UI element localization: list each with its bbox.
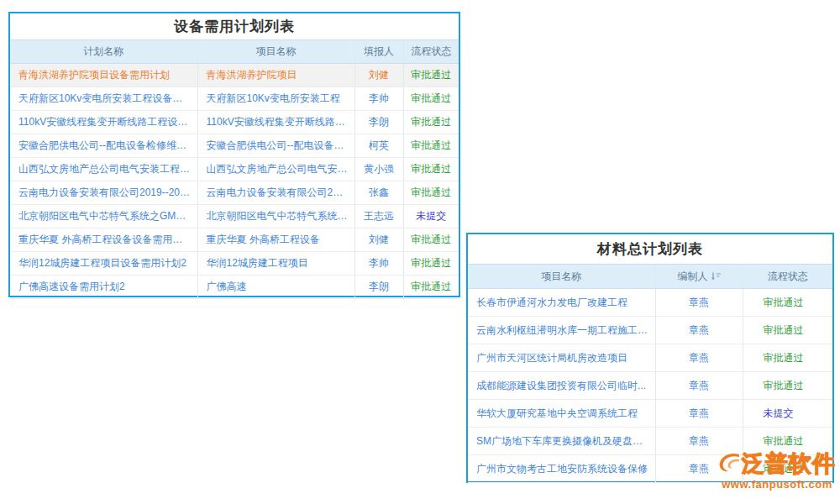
equipment-table: 计划名称 项目名称 填报人 流程状态 青海洪湖养护院项目设备需用计划 青海洪湖养… bbox=[10, 39, 459, 299]
table-row[interactable]: 北京朝阳区电气中芯特气系统之GMS安装设备... 北京朝阳区电气中芯特气系统之G… bbox=[10, 205, 459, 228]
material-table-title: 材料总计划列表 bbox=[468, 234, 832, 264]
project-name-cell[interactable]: 天府新区10Kv变电所安装工程 bbox=[197, 87, 354, 111]
column-header-status[interactable]: 流程状态 bbox=[743, 265, 832, 289]
table-row[interactable]: 长春市伊通河水力发电厂改建工程 章燕 审批通过 bbox=[468, 289, 832, 317]
reporter-cell: 刘健 bbox=[354, 228, 403, 252]
status-cell: 审批通过 bbox=[403, 252, 459, 276]
project-name-cell[interactable]: 110kV安徽线程集变开断线路工程 bbox=[197, 111, 354, 134]
status-cell: 审批通过 bbox=[403, 158, 459, 181]
status-cell: 审批通过 bbox=[403, 134, 459, 158]
column-header-project-name[interactable]: 项目名称 bbox=[468, 265, 655, 289]
compiler-cell: 章燕 bbox=[655, 428, 743, 455]
plan-name-cell[interactable]: 华润12城房建工程项目设备需用计划2 bbox=[10, 252, 197, 276]
table-row[interactable]: 华软大厦研究基地中央空调系统工程 章燕 未提交 bbox=[468, 400, 832, 428]
status-cell: 审批通过 bbox=[743, 428, 832, 455]
table-row[interactable]: 天府新区10Kv变电所安装工程设备需用计划 天府新区10Kv变电所安装工程 李帅… bbox=[10, 87, 459, 111]
table-row[interactable]: 成都能源建设集团投资有限公司临时... 章燕 审批通过 bbox=[468, 372, 832, 400]
equipment-demand-plan-table: 设备需用计划列表 计划名称 项目名称 填报人 流程状态 青海洪湖养护院项目设备需… bbox=[8, 12, 460, 297]
plan-name-cell[interactable]: 天府新区10Kv变电所安装工程设备需用计划 bbox=[10, 87, 197, 111]
project-name-cell[interactable]: 云南电力设备安装有限公司2019--2... bbox=[197, 181, 354, 205]
column-header-reporter[interactable]: 填报人 bbox=[354, 40, 403, 64]
equipment-table-title: 设备需用计划列表 bbox=[10, 13, 459, 39]
status-cell: 未提交 bbox=[403, 205, 459, 228]
status-cell: 审批通过 bbox=[403, 228, 459, 252]
plan-name-cell[interactable]: 110kV安徽线程集变开断线路工程设备需用计划 bbox=[10, 111, 197, 134]
compiler-cell: 章燕 bbox=[655, 455, 743, 483]
table-row[interactable]: 110kV安徽线程集变开断线路工程设备需用计划 110kV安徽线程集变开断线路工… bbox=[10, 111, 459, 134]
column-header-compiler-label: 编制人 bbox=[678, 270, 708, 282]
plan-name-cell[interactable]: 青海洪湖养护院项目设备需用计划 bbox=[10, 64, 197, 87]
status-cell: 审批通过 bbox=[403, 87, 459, 111]
table-row[interactable]: 云南水利枢纽潜明水库一期工程施工I标 章燕 审批通过 bbox=[468, 317, 832, 344]
table-row[interactable]: 广州市文物考古工地安防系统设备保修 章燕 审批通过 bbox=[468, 455, 832, 483]
project-name-cell[interactable]: 安徽合肥供电公司--配电设备检修维... bbox=[197, 134, 354, 158]
compiler-cell: 章燕 bbox=[655, 400, 743, 428]
table-row[interactable]: 安徽合肥供电公司--配电设备检修维护和改造... 安徽合肥供电公司--配电设备检… bbox=[10, 134, 459, 158]
reporter-cell: 张鑫 bbox=[354, 181, 403, 205]
equipment-header-row: 计划名称 项目名称 填报人 流程状态 bbox=[10, 40, 459, 64]
plan-name-cell[interactable]: 安徽合肥供电公司--配电设备检修维护和改造... bbox=[10, 134, 197, 158]
compiler-cell: 章燕 bbox=[655, 372, 743, 400]
project-name-cell[interactable]: 重庆华夏 外高桥工程设备 bbox=[197, 228, 354, 252]
reporter-cell: 刘健 bbox=[354, 64, 403, 87]
project-name-cell[interactable]: SM广场地下车库更换摄像机及硬盘项目 bbox=[468, 428, 655, 455]
status-cell: 审批通过 bbox=[743, 317, 832, 344]
material-total-plan-table: 材料总计划列表 项目名称 编制人 流程状态 长春市伊通河水力发电厂改建工程 章燕… bbox=[466, 233, 834, 483]
table-row[interactable]: 广州市天河区统计局机房改造项目 章燕 审批通过 bbox=[468, 344, 832, 372]
project-name-cell[interactable]: 华润12城房建工程项目 bbox=[197, 252, 354, 276]
compiler-cell: 章燕 bbox=[655, 317, 743, 344]
project-name-cell[interactable]: 成都能源建设集团投资有限公司临时... bbox=[468, 372, 655, 400]
reporter-cell: 李朗 bbox=[354, 111, 403, 134]
project-name-cell[interactable]: 长春市伊通河水力发电厂改建工程 bbox=[468, 289, 655, 317]
table-row[interactable]: SM广场地下车库更换摄像机及硬盘项目 章燕 审批通过 bbox=[468, 428, 832, 455]
project-name-cell[interactable]: 青海洪湖养护院项目 bbox=[197, 64, 354, 87]
project-name-cell[interactable]: 广佛高速 bbox=[197, 276, 354, 299]
sort-icon[interactable] bbox=[711, 271, 721, 283]
column-header-plan-name[interactable]: 计划名称 bbox=[10, 40, 197, 64]
project-name-cell[interactable]: 北京朝阳区电气中芯特气系统之GM... bbox=[197, 205, 354, 228]
table-row[interactable]: 山西弘文房地产总公司电气安装工程设备需用... 山西弘文房地产总公司电气安装工程… bbox=[10, 158, 459, 181]
material-header-row: 项目名称 编制人 流程状态 bbox=[468, 265, 832, 289]
table-row[interactable]: 青海洪湖养护院项目设备需用计划 青海洪湖养护院项目 刘健 审批通过 bbox=[10, 64, 459, 87]
status-cell: 未提交 bbox=[743, 400, 832, 428]
status-cell: 审批通过 bbox=[403, 276, 459, 299]
table-row[interactable]: 重庆华夏 外高桥工程设备设备需用计划 重庆华夏 外高桥工程设备 刘健 审批通过 bbox=[10, 228, 459, 252]
status-cell: 审批通过 bbox=[403, 64, 459, 87]
status-cell: 审批通过 bbox=[743, 344, 832, 372]
plan-name-cell[interactable]: 广佛高速设备需用计划2 bbox=[10, 276, 197, 299]
plan-name-cell[interactable]: 北京朝阳区电气中芯特气系统之GMS安装设备... bbox=[10, 205, 197, 228]
project-name-cell[interactable]: 广州市文物考古工地安防系统设备保修 bbox=[468, 455, 655, 483]
project-name-cell[interactable]: 云南水利枢纽潜明水库一期工程施工I标 bbox=[468, 317, 655, 344]
reporter-cell: 黄小强 bbox=[354, 158, 403, 181]
status-cell: 审批通过 bbox=[743, 372, 832, 400]
status-cell: 审批通过 bbox=[743, 455, 832, 483]
material-table: 项目名称 编制人 流程状态 长春市伊通河水力发电厂改建工程 章燕 审批通过 云南… bbox=[468, 264, 832, 483]
table-row[interactable]: 云南电力设备安装有限公司2019--2020年度劳... 云南电力设备安装有限公… bbox=[10, 181, 459, 205]
status-cell: 审批通过 bbox=[403, 111, 459, 134]
plan-name-cell[interactable]: 云南电力设备安装有限公司2019--2020年度劳... bbox=[10, 181, 197, 205]
reporter-cell: 柯英 bbox=[354, 134, 403, 158]
reporter-cell: 李帅 bbox=[354, 87, 403, 111]
dashboard-page: 设备需用计划列表 计划名称 项目名称 填报人 流程状态 青海洪湖养护院项目设备需… bbox=[0, 0, 840, 504]
compiler-cell: 章燕 bbox=[655, 344, 743, 372]
table-row[interactable]: 华润12城房建工程项目设备需用计划2 华润12城房建工程项目 李帅 审批通过 bbox=[10, 252, 459, 276]
reporter-cell: 王志远 bbox=[354, 205, 403, 228]
column-header-project-name[interactable]: 项目名称 bbox=[197, 40, 354, 64]
table-row[interactable]: 广佛高速设备需用计划2 广佛高速 李朗 审批通过 bbox=[10, 276, 459, 299]
column-header-compiler[interactable]: 编制人 bbox=[655, 265, 743, 289]
compiler-cell: 章燕 bbox=[655, 289, 743, 317]
project-name-cell[interactable]: 山西弘文房地产总公司电气安装工程 bbox=[197, 158, 354, 181]
plan-name-cell[interactable]: 重庆华夏 外高桥工程设备设备需用计划 bbox=[10, 228, 197, 252]
reporter-cell: 李帅 bbox=[354, 252, 403, 276]
reporter-cell: 李朗 bbox=[354, 276, 403, 299]
status-cell: 审批通过 bbox=[403, 181, 459, 205]
column-header-status[interactable]: 流程状态 bbox=[403, 40, 459, 64]
status-cell: 审批通过 bbox=[743, 289, 832, 317]
project-name-cell[interactable]: 华软大厦研究基地中央空调系统工程 bbox=[468, 400, 655, 428]
project-name-cell[interactable]: 广州市天河区统计局机房改造项目 bbox=[468, 344, 655, 372]
plan-name-cell[interactable]: 山西弘文房地产总公司电气安装工程设备需用... bbox=[10, 158, 197, 181]
